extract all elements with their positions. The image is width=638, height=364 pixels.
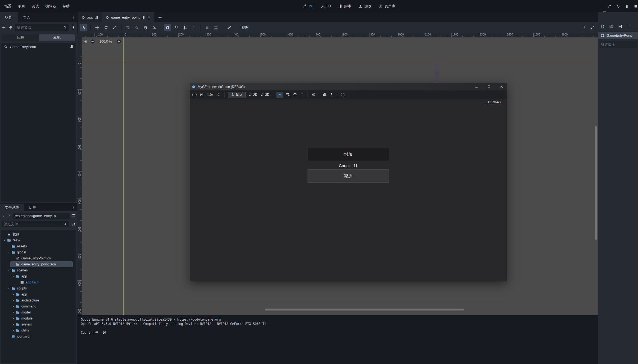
list-select-button[interactable] — [125, 24, 132, 31]
grid-snap-magnet-button[interactable] — [173, 24, 180, 31]
smart-snap-button[interactable] — [164, 24, 171, 31]
nav-forward-icon[interactable] — [7, 214, 11, 218]
file-tree-item[interactable]: res:// — [1, 237, 76, 243]
speed-selector[interactable]: 1.0x — [206, 93, 214, 97]
file-tree-item[interactable]: architecture — [1, 297, 76, 303]
chevron-down-icon[interactable] — [3, 238, 6, 242]
list-select-icon[interactable] — [286, 93, 290, 97]
path-field[interactable]: res://global/game_entry_p — [13, 213, 70, 219]
workspace-3d-button[interactable]: 3D — [321, 4, 331, 8]
move-mode-button[interactable] — [94, 24, 101, 31]
lock-node-button[interactable] — [204, 24, 211, 31]
zoom-level[interactable]: 100.0 % — [97, 40, 114, 43]
tab-scene-dock[interactable]: 场景 — [0, 12, 18, 22]
pause-icon[interactable] — [625, 4, 629, 8]
remote-tab[interactable]: 远程 — [2, 34, 39, 41]
workspace-2d-button[interactable]: 2D — [303, 4, 314, 8]
camera-options-icon[interactable] — [329, 93, 334, 97]
edited-script-row[interactable]: GameEntryPoint. — [598, 32, 638, 39]
tab-history[interactable]: 历史 — [24, 204, 41, 211]
script-icon[interactable] — [70, 45, 73, 49]
chevron-right-icon[interactable] — [11, 298, 15, 302]
file-tree-item[interactable]: app.tscn — [1, 279, 76, 285]
script-icon[interactable] — [141, 16, 145, 19]
tab-filesystem[interactable]: 文件系统 — [0, 204, 24, 211]
local-tab[interactable]: 本地 — [39, 34, 75, 41]
close-icon[interactable] — [147, 16, 151, 19]
zoom-in-button[interactable] — [116, 39, 121, 44]
file-tree-item[interactable]: app — [1, 273, 76, 279]
click-select-button[interactable] — [133, 24, 140, 31]
next-frame-icon[interactable] — [199, 93, 204, 97]
restart-icon[interactable] — [616, 4, 621, 8]
menu-scene[interactable]: 场景 — [1, 0, 15, 12]
stop-icon[interactable] — [634, 4, 638, 8]
chevron-right-icon[interactable] — [11, 304, 15, 308]
workspace-script-button[interactable]: 脚本 — [338, 4, 351, 9]
snap-options-menu[interactable] — [190, 24, 197, 31]
chevron-right-icon[interactable] — [11, 322, 15, 326]
file-tree-item[interactable]: 收藏: — [1, 231, 76, 237]
workspace-game-button[interactable]: 游戏 — [358, 4, 371, 9]
decrease-button[interactable]: 减少 — [308, 169, 389, 183]
file-tree-item[interactable]: system — [1, 321, 76, 327]
increase-button[interactable]: 增加 — [308, 148, 389, 161]
select-mode-button[interactable] — [80, 24, 87, 31]
file-tree-item[interactable]: app — [1, 291, 76, 297]
script-icon[interactable] — [95, 16, 99, 19]
file-tree-item[interactable]: command — [1, 303, 76, 309]
toolbar-overflow-menu-icon[interactable] — [582, 25, 586, 30]
camera-3d-toggle[interactable]: 3D — [260, 93, 270, 97]
horizontal-scrollbar[interactable] — [265, 309, 464, 310]
scene-tab-app[interactable]: app — [78, 12, 102, 22]
scene-dock-menu-icon[interactable] — [71, 15, 75, 20]
file-tree-item[interactable]: icon.svg — [1, 333, 76, 339]
nav-back-icon[interactable] — [2, 214, 5, 218]
filter-files-input[interactable]: 筛选文件 — [2, 221, 69, 227]
suspend-icon[interactable] — [192, 93, 197, 97]
filesystem-menu-icon[interactable] — [71, 205, 75, 210]
file-tree-item[interactable]: scripts — [1, 285, 76, 291]
file-tree-item[interactable]: scenes — [1, 267, 76, 273]
pan-mode-button[interactable] — [142, 24, 149, 31]
game-select-mode-button[interactable] — [276, 92, 283, 98]
vertical-scrollbar[interactable] — [595, 126, 597, 240]
filter-properties-input[interactable]: 筛选属性 — [599, 41, 637, 48]
selection-options-icon[interactable] — [300, 93, 304, 97]
chevron-right-icon[interactable] — [11, 316, 15, 320]
file-tree-item[interactable]: global — [1, 249, 76, 255]
maximize-icon[interactable] — [487, 85, 491, 88]
input-mode-toggle[interactable]: 输入 — [228, 92, 246, 98]
filter-nodes-input[interactable]: 筛选节点 — [15, 24, 69, 31]
scene-tree-menu-icon[interactable] — [71, 25, 76, 30]
menu-project[interactable]: 项目 — [15, 0, 28, 12]
workspace-assetlib-button[interactable]: 资产库 — [379, 4, 395, 9]
embed-fullscreen-icon[interactable] — [341, 93, 345, 97]
chevron-right-icon[interactable] — [11, 310, 15, 314]
file-tree-item[interactable]: GameEntryPoint.cs — [1, 255, 76, 261]
grid-snap-button[interactable] — [182, 24, 189, 31]
scene-tree-root-row[interactable]: GameEntryPoint — [1, 43, 76, 50]
inspector-menu-icon[interactable] — [627, 24, 631, 29]
file-tree-item[interactable]: assets — [1, 243, 76, 249]
ruler-mode-button[interactable] — [151, 24, 158, 31]
sort-files-icon[interactable] — [71, 222, 76, 226]
chevron-right-icon[interactable] — [11, 329, 15, 332]
new-scene-tab-button[interactable] — [158, 15, 162, 20]
view-menu-button[interactable]: 视图 — [239, 25, 251, 30]
scene-tab-game-entry-point[interactable]: game_entry_point — [102, 12, 154, 22]
new-resource-icon[interactable] — [601, 24, 605, 29]
file-tree-item[interactable]: module — [1, 315, 76, 321]
audio-mute-icon[interactable] — [311, 93, 315, 97]
menu-debug[interactable]: 调试 — [28, 0, 42, 12]
camera-override-icon[interactable] — [293, 93, 297, 97]
close-icon[interactable] — [500, 85, 503, 88]
chevron-down-icon[interactable] — [11, 274, 15, 278]
file-tree-item[interactable]: game_entry_point.tscn — [1, 261, 76, 267]
chevron-down-icon[interactable] — [7, 268, 11, 272]
chevron-right-icon[interactable] — [11, 292, 15, 296]
menu-editor[interactable]: 编辑器 — [42, 0, 59, 12]
add-node-button[interactable] — [2, 25, 6, 30]
zoom-out-button[interactable] — [90, 39, 95, 44]
chevron-down-icon[interactable] — [7, 250, 11, 254]
